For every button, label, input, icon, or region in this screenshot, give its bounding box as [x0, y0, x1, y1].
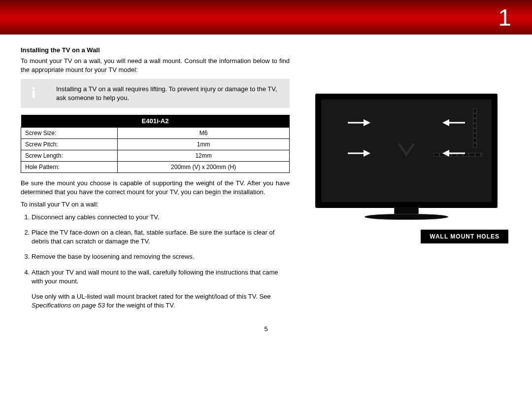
note-emphasis: Specifications on page 53	[32, 302, 105, 309]
header-banner: 1	[0, 0, 532, 34]
warning-callout: i Installing a TV on a wall requires lif…	[21, 79, 290, 108]
content-area: Installing the TV on a Wall To mount you…	[0, 34, 532, 313]
svg-marker-5	[442, 119, 449, 126]
note-paragraph: Use only with a UL-listed wall mount bra…	[21, 292, 290, 309]
table-row: Hole Pattern:200mm (V) x 200mm (H)	[21, 162, 290, 173]
spec-key: Screw Length:	[21, 150, 118, 162]
steps-list: Disconnect any cables connected to your …	[21, 213, 290, 285]
info-icon: i	[32, 83, 35, 103]
spec-val: 1mm	[118, 139, 290, 150]
tv-neck	[394, 207, 419, 214]
table-row: Screw Length:12mm	[21, 150, 290, 162]
section-heading: Installing the TV on a Wall	[21, 46, 290, 54]
spec-val: 12mm	[118, 150, 290, 162]
right-column: WALL MOUNT HOLES	[301, 46, 511, 313]
tv-stand	[365, 214, 448, 220]
paragraph: Be sure the mount you choose is capable …	[21, 179, 290, 196]
intro-paragraph: To mount your TV on a wall, you will nee…	[21, 57, 290, 74]
spec-val: 200mm (V) x 200mm (H)	[118, 162, 290, 173]
spec-key: Hole Pattern:	[21, 162, 118, 173]
arrow-left-icon	[442, 148, 466, 159]
list-item: Attach your TV and wall mount to the wal…	[32, 268, 290, 285]
svg-marker-7	[442, 150, 449, 157]
section-number: 1	[498, 4, 511, 31]
vizio-logo-icon	[396, 143, 417, 159]
list-intro: To install your TV on a wall:	[21, 200, 290, 209]
spec-table: E401i-A2 Screw Size:M6 Screw Pitch:1mm S…	[21, 115, 290, 173]
svg-marker-1	[364, 119, 370, 126]
callout-text: Installing a TV on a wall requires lifti…	[56, 85, 277, 102]
arrow-right-icon	[347, 117, 370, 128]
page-footer-number: 5	[0, 313, 532, 340]
spec-key: Screw Pitch:	[21, 139, 118, 150]
table-row: Screw Pitch:1mm	[21, 139, 290, 150]
list-item: Disconnect any cables connected to your …	[32, 213, 290, 222]
tv-back-diagram	[315, 94, 498, 222]
svg-marker-3	[364, 150, 370, 157]
left-column: Installing the TV on a Wall To mount you…	[21, 46, 301, 313]
table-row: Screw Size:M6	[21, 128, 290, 139]
note-post: for the weight of this TV.	[105, 302, 175, 309]
list-item: Place the TV face-down on a clean, flat,…	[32, 228, 290, 245]
list-item: Remove the base by loosening and removin…	[32, 252, 290, 261]
table-title: E401i-A2	[21, 115, 290, 128]
arrow-left-icon	[442, 117, 466, 128]
note-pre: Use only with a UL-listed wall mount bra…	[32, 293, 271, 300]
spec-key: Screw Size:	[21, 128, 118, 139]
diagram-label: WALL MOUNT HOLES	[421, 230, 508, 243]
arrow-right-icon	[347, 148, 370, 159]
tv-back-panel	[315, 94, 498, 208]
port-panel-vertical	[473, 108, 477, 148]
spec-val: M6	[118, 128, 290, 139]
